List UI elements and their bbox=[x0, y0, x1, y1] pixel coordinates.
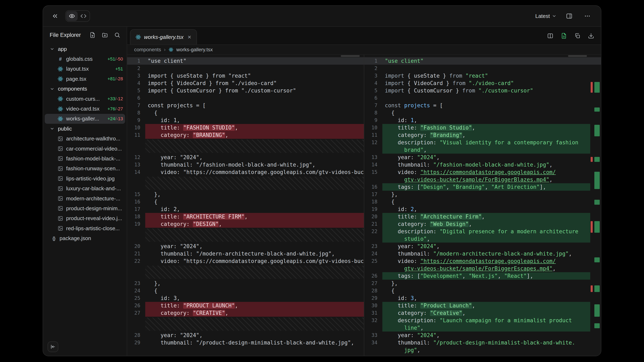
code-text[interactable]: year: "2024", bbox=[145, 243, 364, 250]
code-text[interactable]: description: "Digital presence for a mod… bbox=[382, 228, 590, 235]
code-text[interactable]: year: "2024", bbox=[382, 243, 590, 250]
code-text[interactable]: { bbox=[382, 198, 590, 206]
tree-file-fashion-model-black[interactable]: fashion-model-black-... bbox=[45, 154, 125, 163]
scrollbar-thumb[interactable] bbox=[568, 55, 587, 57]
breadcrumb-file[interactable]: works-gallery.tsx bbox=[176, 47, 213, 52]
collapse-sidebar-button[interactable] bbox=[48, 342, 58, 352]
tree-folder-app[interactable]: app bbox=[45, 44, 125, 54]
download-button[interactable] bbox=[587, 32, 595, 40]
tree-file-product-reveal-video-j[interactable]: product-reveal-video.j... bbox=[45, 214, 125, 223]
code-text[interactable]: "use client" bbox=[382, 57, 590, 65]
tab-works-gallery[interactable]: works-gallery.tsx × bbox=[130, 29, 197, 44]
code-text[interactable] bbox=[382, 65, 590, 72]
diff-pane-modified[interactable]: 1"use client"23import { useState } from … bbox=[364, 55, 601, 356]
code-text[interactable]: import { VideoCard } from "./video-card" bbox=[382, 79, 590, 87]
code-text[interactable]: video: "https://commondatastorage.google… bbox=[145, 168, 364, 176]
code-text[interactable]: category: "Branding", bbox=[382, 131, 590, 139]
code-text[interactable]: category: "BRANDING", bbox=[145, 131, 364, 139]
code-text[interactable]: video: "https://commondatastorage.google… bbox=[382, 257, 590, 265]
tree-file-modern-architecture[interactable]: modern-architecture-... bbox=[45, 194, 125, 203]
code-text[interactable]: }, bbox=[382, 280, 590, 287]
view-changes-button[interactable] bbox=[560, 32, 568, 40]
code-text[interactable]: title: "Architecture Firm", bbox=[382, 213, 590, 220]
code-text[interactable]: import { useState } from "react" bbox=[145, 72, 364, 79]
code-text[interactable]: thumbnail: "/product-design-minimalist-b… bbox=[382, 339, 590, 346]
code-text[interactable]: description: "Visual identity for a cont… bbox=[382, 139, 590, 146]
preview-toggle-button[interactable] bbox=[66, 11, 78, 21]
code-text[interactable]: video: "https://commondatastorage.google… bbox=[145, 257, 364, 265]
code-text[interactable]: id: 2, bbox=[382, 206, 590, 213]
code-text[interactable]: thumbnail: "/modern-architecture-black-a… bbox=[145, 250, 364, 257]
code-text[interactable]: tags: ["Design", "Branding", "Art Direct… bbox=[382, 183, 590, 191]
layout-panel-button[interactable] bbox=[563, 10, 576, 22]
code-text[interactable]: }, bbox=[145, 191, 364, 198]
code-text[interactable]: gtv-videos-bucket/sample/ForBiggerEscape… bbox=[382, 265, 590, 272]
diff-pane-original[interactable]: 1"use client"23import { useState } from … bbox=[127, 55, 364, 356]
tree-file-works-galler[interactable]: works-galler...+24/-13 bbox=[45, 114, 125, 124]
tree-file-video-card-tsx[interactable]: video-card.tsx+76/-27 bbox=[45, 104, 125, 114]
tree-file-custom-curs[interactable]: custom-curs...+33/-12 bbox=[45, 94, 125, 104]
tab-close-button[interactable]: × bbox=[186, 33, 192, 41]
code-text[interactable]: { bbox=[382, 109, 590, 117]
code-text[interactable]: import { CustomCursor } from "./custom-c… bbox=[145, 87, 364, 94]
code-text[interactable]: gtv-videos-bucket/sample/ForBiggerBlazes… bbox=[382, 176, 590, 183]
code-text[interactable]: category: "Creative", bbox=[382, 309, 590, 317]
code-text[interactable]: title: "ARCHITECTURE FIRM", bbox=[145, 213, 364, 220]
code-text[interactable]: tags: ["Development", "Next.js", "React"… bbox=[382, 272, 590, 280]
code-text[interactable]: title: "FASHION STUDIO", bbox=[145, 124, 364, 131]
code-text[interactable]: const projects = [ bbox=[382, 102, 590, 109]
code-text[interactable]: thumbnail: "/modern-architecture-black-a… bbox=[382, 250, 590, 257]
breadcrumb-folder[interactable]: components bbox=[134, 47, 161, 52]
code-text[interactable]: category: "Web Design", bbox=[382, 220, 590, 228]
code-text[interactable]: { bbox=[145, 198, 364, 206]
code-text[interactable]: id: 3, bbox=[145, 295, 364, 302]
code-text[interactable]: title: "Fashion Studio", bbox=[382, 124, 590, 131]
tree-folder-components[interactable]: components bbox=[45, 84, 125, 94]
code-text[interactable]: "use client" bbox=[145, 57, 364, 65]
code-text[interactable]: id: 1, bbox=[382, 117, 590, 124]
tree-file-package-json[interactable]: {}package.json bbox=[45, 233, 125, 243]
version-dropdown[interactable]: Latest bbox=[534, 13, 557, 19]
code-text[interactable]: { bbox=[145, 287, 364, 295]
code-text[interactable]: jpg", bbox=[382, 346, 590, 354]
code-text[interactable]: thumbnail: "/product-design-minimalist-b… bbox=[145, 339, 364, 346]
tree-file-lips-artistic-video-jpg[interactable]: lips-artistic-video.jpg bbox=[45, 174, 125, 183]
code-text[interactable]: year: "2024", bbox=[382, 154, 590, 161]
search-button[interactable] bbox=[114, 31, 121, 39]
code-text[interactable]: video: "https://commondatastorage.google… bbox=[382, 168, 590, 176]
split-view-button[interactable] bbox=[546, 32, 554, 40]
collapse-panel-button[interactable] bbox=[49, 10, 61, 22]
new-folder-button[interactable] bbox=[101, 31, 108, 39]
tree-file-red-lips-artistic-close[interactable]: red-lips-artistic-close... bbox=[45, 223, 125, 233]
code-text[interactable]: }, bbox=[382, 191, 590, 198]
tree-file-architecture-walkthro[interactable]: architecture-walkthro... bbox=[45, 134, 125, 144]
code-text[interactable] bbox=[145, 94, 364, 102]
tree-file-car-commercial-video[interactable]: car-commercial-video... bbox=[45, 144, 125, 154]
tree-folder-public[interactable]: public bbox=[45, 124, 125, 134]
code-toggle-button[interactable] bbox=[78, 11, 89, 21]
code-text[interactable]: { bbox=[382, 287, 590, 295]
code-text[interactable]: brand", bbox=[382, 146, 590, 154]
tree-file-fashion-runway-scen[interactable]: fashion-runway-scen... bbox=[45, 164, 125, 174]
code-text[interactable]: id: 3, bbox=[382, 295, 590, 302]
code-text[interactable]: year: "2024", bbox=[145, 332, 364, 339]
code-text[interactable]: import { VideoCard } from "./video-card" bbox=[145, 79, 364, 87]
code-text[interactable]: }, bbox=[145, 280, 364, 287]
tree-file-page-tsx[interactable]: page.tsx+81/-28 bbox=[45, 74, 125, 84]
code-text[interactable]: year: "2024", bbox=[145, 154, 364, 161]
code-text[interactable]: import { useState } from "react" bbox=[382, 72, 590, 79]
code-text[interactable]: { bbox=[145, 109, 364, 117]
code-text[interactable]: category: "DESIGN", bbox=[145, 220, 364, 228]
code-text[interactable]: id: 2, bbox=[145, 206, 364, 213]
scrollbar-thumb[interactable] bbox=[341, 55, 360, 57]
code-text[interactable]: studio", bbox=[382, 235, 590, 243]
code-text[interactable]: title: "PRODUCT LAUNCH", bbox=[145, 302, 364, 309]
tree-file-layout-tsx[interactable]: layout.tsx+51 bbox=[45, 64, 125, 74]
code-text[interactable] bbox=[145, 65, 364, 72]
code-text[interactable]: description: "Launch campaign for a mini… bbox=[382, 317, 590, 324]
code-text[interactable]: line", bbox=[382, 324, 590, 332]
tree-file-globals-css[interactable]: #globals.css+51/-50 bbox=[45, 54, 125, 64]
minimap[interactable] bbox=[590, 55, 601, 356]
tree-file-product-design-minim[interactable]: product-design-minim... bbox=[45, 203, 125, 213]
code-text[interactable]: category: "CREATIVE", bbox=[145, 309, 364, 317]
